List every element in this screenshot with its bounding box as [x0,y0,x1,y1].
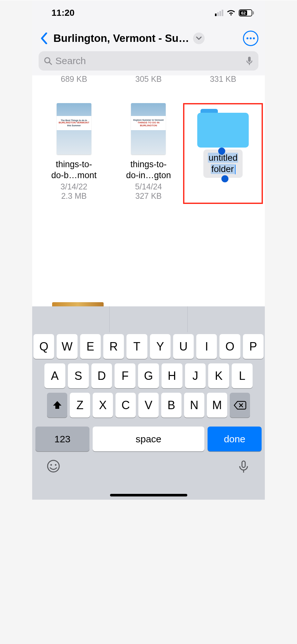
key-f[interactable]: F [115,363,135,388]
file-size: 331 KB [210,75,236,84]
file-size: 305 KB [135,75,162,84]
done-key[interactable]: done [208,427,262,451]
file-item[interactable]: do-b…mont 3/14/22 331 KB [186,75,260,84]
svg-rect-9 [242,461,245,467]
backspace-key[interactable] [230,393,250,418]
file-thumbnail: The Best Things to do inBURLINGTON VERMO… [57,103,91,155]
text-cursor [235,165,236,174]
shift-key[interactable] [47,393,67,418]
title-dropdown-button[interactable] [193,33,205,44]
more-options-button[interactable] [243,31,258,46]
key-w[interactable]: W [57,334,77,359]
file-thumbnail: Explore Summer in VermontTHINGS TO DO IN… [131,103,166,155]
key-q[interactable]: Q [33,334,54,359]
file-item[interactable]: ethan…on-vt 3/14/22 689 KB [37,75,111,84]
chevron-down-icon [196,36,202,40]
page-title[interactable]: Burlington, Vermont - Su… [53,32,189,44]
keyboard-suggestions [32,306,265,332]
key-o[interactable]: O [219,334,240,359]
nav-header: Burlington, Vermont - Su… Search [32,25,265,75]
key-s[interactable]: S [68,363,89,388]
svg-point-7 [51,464,52,466]
numbers-key[interactable]: 123 [35,427,89,451]
key-p[interactable]: P [243,334,264,359]
folder-icon [197,109,249,148]
file-item[interactable]: burlington-vt 5/14/24 305 KB [111,75,186,84]
file-item[interactable]: Explore Summer in VermontTHINGS TO DO IN… [111,103,186,201]
back-button[interactable] [39,32,50,45]
battery-icon: 62 [239,9,254,16]
selection-handle-start[interactable] [218,148,225,155]
folder-rename-input[interactable]: untitledfolder [203,149,243,178]
status-indicators: 62 [215,9,254,16]
suggestion-slot[interactable] [188,306,265,332]
key-j[interactable]: J [185,363,206,388]
status-bar: 11:20 62 [32,0,265,25]
key-t[interactable]: T [126,334,147,359]
svg-line-1 [49,62,51,64]
key-x[interactable]: X [93,393,113,418]
selection-handle-end[interactable] [221,175,228,182]
dictation-icon[interactable] [246,56,253,66]
file-date: 3/14/22 [60,182,87,191]
file-date: 5/14/24 [135,182,162,191]
emoji-key[interactable] [46,459,60,473]
key-b[interactable]: B [161,393,181,418]
key-i[interactable]: I [196,334,217,359]
wifi-icon [227,10,236,16]
file-grid[interactable]: ethan…on-vt 3/14/22 689 KB burlington-vt… [32,75,265,307]
file-name: things-to-do-b…mont [51,159,97,181]
key-d[interactable]: D [91,363,112,388]
key-y[interactable]: Y [150,334,171,359]
key-g[interactable]: G [138,363,159,388]
key-n[interactable]: N [184,393,204,418]
file-size: 327 KB [135,191,162,201]
suggestion-slot[interactable] [32,306,110,332]
dictation-key[interactable] [237,459,251,473]
search-placeholder: Search [55,55,242,66]
svg-point-6 [48,460,59,472]
key-u[interactable]: U [173,334,194,359]
file-name: things-to-do-in…gton [126,159,171,181]
key-v[interactable]: V [138,393,159,418]
key-m[interactable]: M [207,393,227,418]
key-l[interactable]: L [232,363,253,388]
home-indicator[interactable] [110,494,187,496]
search-field[interactable]: Search [39,51,258,71]
key-e[interactable]: E [80,334,101,359]
on-screen-keyboard: QWERTYUIOP ASDFGHJKL ZXCVBNM 123 space d… [32,306,265,500]
file-size: 689 KB [61,75,87,84]
svg-point-8 [55,464,57,466]
key-r[interactable]: R [103,334,124,359]
cellular-signal-icon [215,10,223,16]
space-key[interactable]: space [93,427,204,451]
file-size: 2.3 MB [61,191,87,201]
key-k[interactable]: K [208,363,229,388]
svg-rect-2 [248,57,251,62]
search-icon [44,57,52,65]
new-folder-item[interactable]: untitledfolder [186,103,260,201]
file-item[interactable]: The Best Things to do inBURLINGTON VERMO… [37,103,111,201]
key-z[interactable]: Z [70,393,90,418]
key-c[interactable]: C [116,393,136,418]
suggestion-slot[interactable] [110,306,187,332]
key-h[interactable]: H [162,363,182,388]
status-time: 11:20 [51,8,75,18]
key-a[interactable]: A [44,363,65,388]
